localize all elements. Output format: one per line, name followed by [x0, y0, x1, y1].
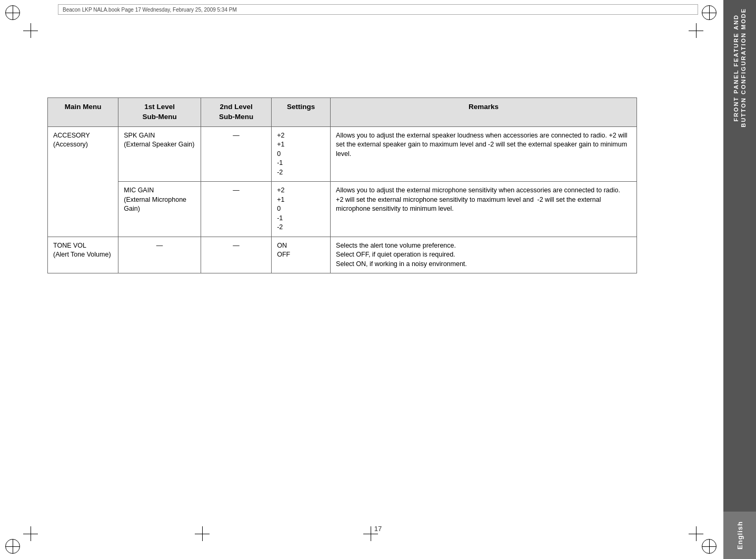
- cell-2nd-dash-1: —: [201, 126, 271, 182]
- crosshair-bottom-left: [23, 526, 38, 541]
- cell-settings-tonevol: ONOFF: [272, 237, 331, 273]
- table-row: TONE VOL(Alert Tone Volume) — — ONOFF Se…: [48, 237, 637, 273]
- english-badge: English: [723, 512, 756, 559]
- right-sidebar: FRONT PANEL FEATURE AND BUTTON CONFIGURA…: [723, 0, 756, 559]
- document-header: Beacon LKP NALA.book Page 17 Wednesday, …: [58, 4, 698, 15]
- crosshair-top-left: [23, 23, 38, 38]
- cell-settings-mic: +2+10-1-2: [272, 182, 331, 237]
- header-sub-menu-1: 1st LevelSub-Menu: [118, 98, 201, 127]
- crosshair-bottom-mid1: [195, 526, 210, 541]
- cell-2nd-dash-2: —: [201, 182, 271, 237]
- circle-mark-bl: [5, 539, 20, 554]
- circle-mark-tr: [702, 5, 717, 20]
- cell-spk-gain: SPK GAIN(External Speaker Gain): [118, 126, 201, 182]
- configuration-table: Main Menu 1st LevelSub-Menu 2nd LevelSub…: [47, 97, 637, 273]
- cell-2nd-dash-tonevol: —: [201, 237, 271, 273]
- table-row: ACCESORY(Accessory) SPK GAIN(External Sp…: [48, 126, 637, 182]
- english-label: English: [736, 521, 744, 550]
- cell-settings-spk: +2+10-1-2: [272, 126, 331, 182]
- header-main-menu: Main Menu: [48, 98, 118, 127]
- table-header-row: Main Menu 1st LevelSub-Menu 2nd LevelSub…: [48, 98, 637, 127]
- table-row: MIC GAIN(External Microphone Gain) — +2+…: [48, 182, 637, 237]
- circle-mark-br: [702, 539, 717, 554]
- header-settings: Settings: [272, 98, 331, 127]
- cell-mic-gain: MIC GAIN(External Microphone Gain): [118, 182, 201, 237]
- circle-mark-tl: [5, 5, 20, 20]
- cell-1st-dash-tonevol: —: [118, 237, 201, 273]
- cell-remarks-mic: Allows you to adjust the external microp…: [331, 182, 637, 237]
- crosshair-top-right: [689, 23, 703, 38]
- cell-remarks-spk: Allows you to adjust the external speake…: [331, 126, 637, 182]
- header-sub-menu-2: 2nd LevelSub-Menu: [201, 98, 271, 127]
- cell-remarks-tonevol: Selects the alert tone volume preference…: [331, 237, 637, 273]
- header-text: Beacon LKP NALA.book Page 17 Wednesday, …: [63, 7, 237, 13]
- header-remarks: Remarks: [331, 98, 637, 127]
- sidebar-title: FRONT PANEL FEATURE AND BUTTON CONFIGURA…: [730, 0, 750, 135]
- cell-main-menu-accesory: ACCESORY(Accessory): [48, 126, 118, 237]
- crosshair-bottom-right: [689, 526, 703, 541]
- cell-main-menu-tonevol: TONE VOL(Alert Tone Volume): [48, 237, 118, 273]
- main-table-wrapper: Main Menu 1st LevelSub-Menu 2nd LevelSub…: [47, 97, 637, 273]
- page-number: 17: [374, 525, 382, 533]
